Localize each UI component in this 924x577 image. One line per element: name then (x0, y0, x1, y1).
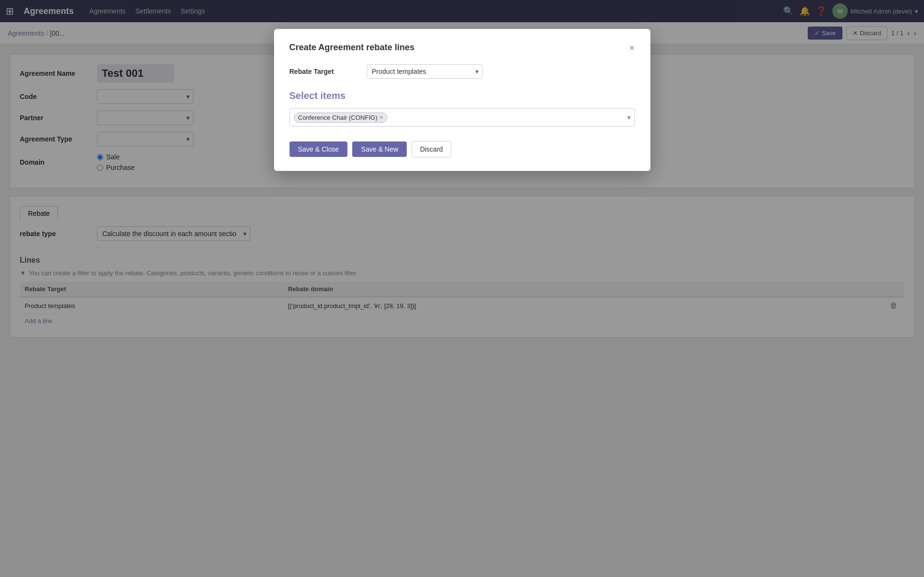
modal-overlay: Create Agreement rebate lines × Rebate T… (0, 0, 924, 355)
modal-rebate-target-select[interactable]: Product templatesProduct categoriesProdu… (367, 64, 483, 79)
select-items-title: Select items (290, 90, 635, 101)
modal-discard-button[interactable]: Discard (412, 141, 451, 157)
modal-dialog: Create Agreement rebate lines × Rebate T… (274, 29, 650, 171)
save-close-button[interactable]: Save & Close (290, 141, 348, 157)
save-new-button[interactable]: Save & New (352, 141, 407, 157)
modal-close-button[interactable]: × (629, 43, 635, 53)
selected-tag: Conference Chair (CONFIG) × (294, 113, 388, 123)
modal-rebate-target-label: Rebate Target (290, 68, 367, 75)
tag-remove-button[interactable]: × (379, 114, 383, 121)
modal-rebate-target-row: Rebate Target Product templatesProduct c… (290, 64, 635, 79)
tag-input-area[interactable]: Conference Chair (CONFIG) × ▾ (290, 108, 635, 127)
modal-rebate-target-value: Product templatesProduct categoriesProdu… (367, 64, 635, 79)
tag-input-dropdown-icon[interactable]: ▾ (627, 113, 631, 121)
modal-header: Create Agreement rebate lines × (290, 42, 635, 53)
modal-title: Create Agreement rebate lines (290, 42, 414, 53)
modal-rebate-target-select-wrap: Product templatesProduct categoriesProdu… (367, 64, 483, 79)
modal-actions: Save & Close Save & New Discard (290, 141, 635, 157)
tag-label: Conference Chair (CONFIG) (298, 114, 378, 121)
